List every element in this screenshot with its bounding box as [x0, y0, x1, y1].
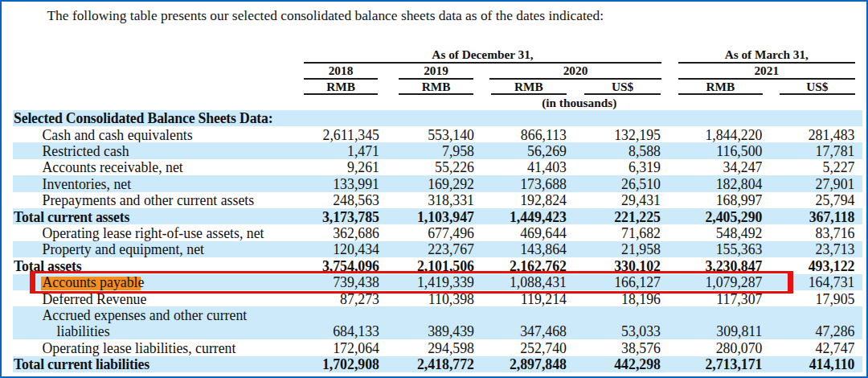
- cell-value: 252,740: [470, 340, 567, 356]
- rule-under-currency: [304, 93, 378, 95]
- cell-value: 83,716: [759, 225, 855, 241]
- cell-value: 294,598: [378, 340, 474, 356]
- cell-value: 389,439: [378, 323, 474, 339]
- cell-value: 221,225: [564, 209, 661, 225]
- annotation-red-box: [30, 271, 793, 294]
- cell-value: 56,269: [470, 143, 567, 159]
- row-label: Restricted cash: [43, 143, 129, 159]
- table-row: Operating lease liabilities, current172,…: [13, 339, 862, 355]
- intro-paragraph: The following table presents our selecte…: [47, 7, 604, 23]
- cell-value: 53,033: [564, 323, 661, 339]
- cell-value: 133,991: [283, 176, 379, 192]
- rule-under-currency: [399, 93, 473, 95]
- table-row: Cash and cash equivalents2,611,345553,14…: [13, 126, 862, 142]
- cell-value: 42,747: [759, 340, 855, 356]
- cell-value: 3,173,785: [283, 209, 379, 225]
- header-units-note: (in thousands): [304, 97, 855, 109]
- cell-value: 223,767: [378, 241, 474, 257]
- cell-value: 155,363: [666, 241, 763, 257]
- header-group-march: As of March 31,: [678, 48, 855, 60]
- row-label: Total current liabilities: [14, 356, 149, 372]
- cell-value: 169,292: [378, 176, 474, 192]
- cell-value: 25,794: [759, 192, 855, 208]
- cell-value: 280,070: [666, 340, 763, 356]
- cell-value: 677,496: [378, 225, 474, 241]
- rule-under-december-group: [304, 62, 661, 64]
- row-label: Selected Consolidated Balance Sheets Dat…: [14, 110, 273, 126]
- cell-value: 414,110: [759, 356, 855, 372]
- cell-value: 2,713,171: [666, 356, 763, 372]
- cell-value: 38,576: [564, 340, 661, 356]
- cell-value: 1,449,423: [470, 209, 567, 225]
- cell-value: 309,811: [666, 323, 763, 339]
- cell-value: 281,483: [759, 127, 855, 143]
- cell-value: 248,563: [283, 192, 379, 208]
- header-year-2021: 2021: [678, 64, 855, 76]
- cell-value: 442,298: [564, 356, 661, 372]
- cell-value: 6,319: [564, 159, 661, 175]
- section-header-row: Selected Consolidated Balance Sheets Dat…: [13, 110, 862, 126]
- header-year-2019: 2019: [399, 64, 473, 76]
- cell-value: 26,510: [564, 176, 661, 192]
- header-currency: US$: [584, 80, 661, 92]
- cell-value: 548,492: [666, 225, 763, 241]
- cell-value: 9,261: [283, 159, 379, 175]
- rule-under-year: [678, 78, 855, 80]
- cell-value: 866,113: [470, 127, 567, 143]
- cell-value: 2,418,772: [378, 356, 474, 372]
- cell-value: 553,140: [378, 127, 474, 143]
- cell-value: 2,897,848: [470, 356, 567, 372]
- row-label: Inventories, net: [43, 176, 132, 192]
- cell-value: 192,824: [470, 192, 567, 208]
- rule-under-currency: [491, 93, 567, 95]
- row-label: Cash and cash equivalents: [43, 127, 193, 143]
- row-label: Property and equipment, net: [43, 241, 204, 257]
- table-row: Total current liabilities1,702,9082,418,…: [13, 356, 862, 372]
- header-group-december: As of December 31,: [304, 48, 661, 60]
- cell-value: 367,118: [759, 209, 855, 225]
- cell-value: 21,958: [564, 241, 661, 257]
- cell-value: 55,226: [378, 159, 474, 175]
- cell-value: 1,103,947: [378, 209, 474, 225]
- rule-under-currency: [584, 93, 661, 95]
- cell-value: 120,434: [283, 241, 379, 257]
- table-row: Total current assets3,173,7851,103,9471,…: [13, 208, 862, 224]
- cell-value: 23,713: [759, 241, 855, 257]
- cell-value: 27,901: [759, 176, 855, 192]
- table-row: Property and equipment, net120,434223,76…: [13, 241, 862, 257]
- cell-value: 132,195: [564, 127, 661, 143]
- row-label-line1: Accrued expenses and other current: [43, 307, 248, 323]
- cell-value: 168,997: [666, 192, 763, 208]
- cell-value: 7,958: [378, 143, 474, 159]
- row-label-line2: liabilities: [43, 323, 110, 339]
- cell-value: 71,682: [564, 225, 661, 241]
- table-row: Inventories, net133,991169,292173,68826,…: [13, 175, 862, 191]
- cell-value: 34,247: [666, 159, 763, 175]
- cell-value: 5,227: [759, 159, 855, 175]
- rule-under-currency: [678, 93, 763, 95]
- cell-value: 116,500: [666, 143, 763, 159]
- cell-value: 347,468: [470, 323, 567, 339]
- header-currency: RMB: [678, 80, 763, 92]
- table-row: Operating lease right-of-use assets, net…: [13, 224, 862, 240]
- table-row: Accrued expenses and other currentliabil…: [13, 306, 862, 339]
- cell-value: 41,403: [470, 159, 567, 175]
- header-year-2018: 2018: [304, 64, 378, 76]
- cell-value: 1,844,220: [666, 127, 763, 143]
- header-currency: RMB: [304, 80, 378, 92]
- cell-value: 173,688: [470, 176, 567, 192]
- table-row: Restricted cash1,4717,95856,2698,588116,…: [13, 142, 862, 158]
- cell-value: 172,064: [283, 340, 379, 356]
- header-currency: RMB: [399, 80, 473, 92]
- rule-under-currency: [780, 93, 855, 95]
- cell-value: 47,286: [759, 323, 855, 339]
- cell-value: 362,686: [283, 225, 379, 241]
- table-row: Prepayments and other current assets248,…: [13, 192, 862, 208]
- cell-value: 29,431: [564, 192, 661, 208]
- cell-value: 17,781: [759, 143, 855, 159]
- header-currency: US$: [780, 80, 855, 92]
- row-label: Accounts receivable, net: [43, 159, 183, 175]
- header-year-2020: 2020: [489, 64, 661, 76]
- cell-value: 2,405,290: [666, 209, 763, 225]
- row-label: Operating lease liabilities, current: [43, 340, 236, 356]
